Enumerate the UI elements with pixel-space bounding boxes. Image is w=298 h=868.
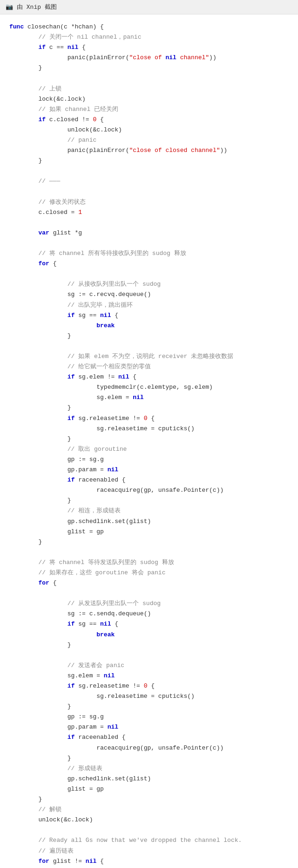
code-line: } [9,434,289,444]
code-line: // 上锁 [9,84,289,94]
code-line: } [9,403,289,413]
code-line [9,650,289,661]
code-line: if sg.elem != nil { [9,372,289,382]
code-line: // 形成链表 [9,764,289,774]
code-line: sg := c.recvq.dequeue() [9,289,289,300]
code-line: if sg == nil { [9,619,289,629]
code-line: sg.releasetime = cputicks() [9,691,289,702]
code-line: sg := c.sendq.dequeue() [9,609,289,619]
code-line: // 取出 goroutine [9,444,289,455]
code-line: gp := sg.g [9,712,289,722]
code-line [9,547,289,558]
code-line: // 将 channel 所有等待接收队列里的 sudog 释放 [9,248,289,259]
code-line: if sg == nil { [9,310,289,321]
code-line: } [9,537,289,547]
code-line: } [9,753,289,764]
code-line: sg.releasetime = cputicks() [9,424,289,434]
code-line: } [9,156,289,166]
code-line: } [9,794,289,805]
code-line: // 发送者会 panic [9,661,289,671]
code-line: panic(plainError("close of closed channe… [9,145,289,156]
code-line: if sg.releasetime != 0 { [9,413,289,424]
code-line: // ——— [9,176,289,186]
code-line: } [9,496,289,506]
code-line: // 如果 elem 不为空，说明此 receiver 未忽略接收数据 [9,351,289,362]
code-line: // panic [9,135,289,145]
camera-icon: 📷 [6,3,13,11]
code-line: // 从发送队列里出队一个 sudog [9,599,289,609]
code-line: // 修改关闭状态 [9,197,289,207]
code-line: gp := sg.g [9,455,289,465]
code-line: var glist *g [9,228,289,238]
header: 📷 由 Xnip 截图 [0,0,298,14]
code-line: if raceenabled { [9,732,289,743]
code-line: // 将 channel 等待发送队列里的 sudog 释放 [9,558,289,568]
code-line: // 遍历链表 [9,846,289,856]
code-line: break [9,630,289,640]
code-line: func closechan(c *hchan) { [9,22,289,32]
code-line [9,218,289,228]
code-line: // 如果 channel 已经关闭 [9,104,289,115]
code-line: panic(plainError("close of nil channel")… [9,53,289,63]
code-line [9,73,289,83]
code-line: // 出队完毕，跳出循环 [9,300,289,310]
code-line: for { [9,578,289,588]
code-line: if c.closed != 0 { [9,115,289,125]
code-line: for { [9,259,289,269]
code-line: } [9,63,289,73]
code-line: typedmemclr(c.elemtype, sg.elem) [9,382,289,393]
code-line: // 给它赋一个相应类型的零值 [9,362,289,372]
code-line: } [9,702,289,712]
code-line: // Ready all Gs now that we've dropped t… [9,835,289,846]
code-line: // 从接收队列里出队一个 sudog [9,279,289,289]
code-line: // 解锁 [9,805,289,815]
code-line: raceacquireg(gp, unsafe.Pointer(c)) [9,485,289,496]
code-line: unlock(&c.lock) [9,815,289,825]
code-line: c.closed = 1 [9,207,289,218]
code-line: sg.elem = nil [9,671,289,681]
code-line [9,588,289,599]
code-line: // 关闭一个 nil channel，panic [9,32,289,42]
code-line: gp.param = nil [9,722,289,732]
header-title: 由 Xnip 截图 [17,3,57,11]
code-line: gp.param = nil [9,465,289,475]
code-line: raceacquireg(gp, unsafe.Pointer(c)) [9,743,289,753]
code-line: unlock(&c.lock) [9,125,289,135]
code-line: for glist != nil { [9,856,289,867]
code-container: func closechan(c *hchan) { // 关闭一个 nil c… [0,14,298,868]
code-line: if c == nil { [9,42,289,53]
code-line: } [9,640,289,650]
code-line: lock(&c.lock) [9,94,289,104]
code-line: // 如果存在，这些 goroutine 将会 panic [9,568,289,578]
code-line: glist = gp [9,784,289,794]
code-line [9,238,289,248]
code-line [9,341,289,351]
code-line: if sg.releasetime != 0 { [9,681,289,691]
code-line: break [9,321,289,331]
code-line: } [9,331,289,341]
code-line: sg.elem = nil [9,393,289,403]
code-line [9,269,289,279]
code-line [9,187,289,197]
code-line: gp.schedlink.set(glist) [9,774,289,784]
code-line: glist = gp [9,527,289,537]
code-line [9,166,289,176]
code-line: gp.schedlink.set(glist) [9,517,289,527]
code-line [9,825,289,835]
code-line: // 相连，形成链表 [9,506,289,516]
code-line: if raceenabled { [9,475,289,485]
